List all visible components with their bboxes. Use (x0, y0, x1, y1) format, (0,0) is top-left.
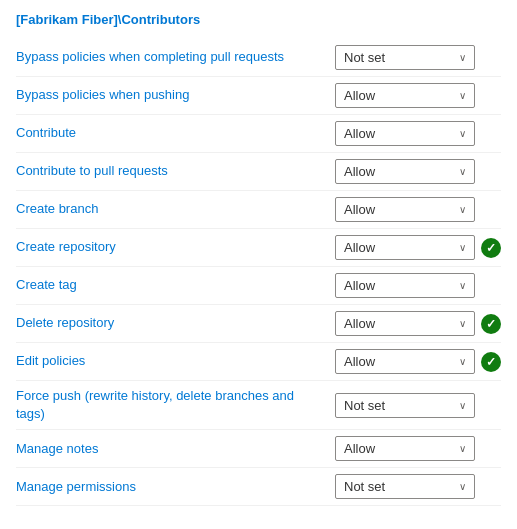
dropdown-value-force-push: Not set (344, 398, 385, 413)
permission-row-force-push: Force push (rewrite history, delete bran… (16, 381, 501, 430)
no-icon-placeholder (481, 477, 501, 497)
no-icon-placeholder (481, 439, 501, 459)
permission-row-bypass-policies-pushing: Bypass policies when pushingAllow∨ (16, 77, 501, 115)
permission-dropdown-delete-repository[interactable]: Allow∨ (335, 311, 475, 336)
permissions-list: Bypass policies when completing pull req… (16, 39, 501, 506)
permission-label-manage-permissions: Manage permissions (16, 478, 316, 496)
permission-row-delete-repository: Delete repositoryAllow∨ (16, 305, 501, 343)
permission-right-manage-notes: Allow∨ (335, 436, 501, 461)
permission-label-edit-policies: Edit policies (16, 352, 316, 370)
permission-row-create-repository: Create repositoryAllow∨ (16, 229, 501, 267)
chevron-down-icon: ∨ (459, 52, 466, 63)
permission-right-create-tag: Allow∨ (335, 273, 501, 298)
chevron-down-icon: ∨ (459, 356, 466, 367)
permission-row-contribute-pull-requests: Contribute to pull requestsAllow∨ (16, 153, 501, 191)
permission-dropdown-bypass-policies-completing[interactable]: Not set∨ (335, 45, 475, 70)
permission-label-force-push: Force push (rewrite history, delete bran… (16, 387, 316, 423)
chevron-down-icon: ∨ (459, 481, 466, 492)
permission-right-create-repository: Allow∨ (335, 235, 501, 260)
permission-label-contribute-pull-requests: Contribute to pull requests (16, 162, 316, 180)
dropdown-value-delete-repository: Allow (344, 316, 375, 331)
permissions-container: [Fabrikam Fiber]\Contributors Bypass pol… (0, 0, 517, 518)
permission-dropdown-manage-notes[interactable]: Allow∨ (335, 436, 475, 461)
chevron-down-icon: ∨ (459, 204, 466, 215)
permission-dropdown-edit-policies[interactable]: Allow∨ (335, 349, 475, 374)
dropdown-value-contribute-pull-requests: Allow (344, 164, 375, 179)
dropdown-value-contribute: Allow (344, 126, 375, 141)
chevron-down-icon: ∨ (459, 400, 466, 411)
dropdown-value-edit-policies: Allow (344, 354, 375, 369)
chevron-down-icon: ∨ (459, 242, 466, 253)
permission-right-force-push: Not set∨ (335, 393, 501, 418)
dropdown-value-bypass-policies-completing: Not set (344, 50, 385, 65)
dropdown-value-manage-permissions: Not set (344, 479, 385, 494)
permission-label-contribute: Contribute (16, 124, 316, 142)
dropdown-value-create-tag: Allow (344, 278, 375, 293)
no-icon-placeholder (481, 395, 501, 415)
permission-right-create-branch: Allow∨ (335, 197, 501, 222)
chevron-down-icon: ∨ (459, 443, 466, 454)
permission-row-manage-notes: Manage notesAllow∨ (16, 430, 501, 468)
dropdown-value-manage-notes: Allow (344, 441, 375, 456)
permission-dropdown-bypass-policies-pushing[interactable]: Allow∨ (335, 83, 475, 108)
permission-right-bypass-policies-pushing: Allow∨ (335, 83, 501, 108)
permission-right-contribute-pull-requests: Allow∨ (335, 159, 501, 184)
permission-right-edit-policies: Allow∨ (335, 349, 501, 374)
permission-row-bypass-policies-completing: Bypass policies when completing pull req… (16, 39, 501, 77)
permission-dropdown-contribute[interactable]: Allow∨ (335, 121, 475, 146)
permission-label-create-repository: Create repository (16, 238, 316, 256)
permission-dropdown-manage-permissions[interactable]: Not set∨ (335, 474, 475, 499)
dropdown-value-bypass-policies-pushing: Allow (344, 88, 375, 103)
permission-row-edit-policies: Edit policiesAllow∨ (16, 343, 501, 381)
permission-label-create-branch: Create branch (16, 200, 316, 218)
permission-label-delete-repository: Delete repository (16, 314, 316, 332)
no-icon-placeholder (481, 200, 501, 220)
no-icon-placeholder (481, 86, 501, 106)
permission-row-create-branch: Create branchAllow∨ (16, 191, 501, 229)
no-icon-placeholder (481, 276, 501, 296)
permission-label-bypass-policies-pushing: Bypass policies when pushing (16, 86, 316, 104)
chevron-down-icon: ∨ (459, 90, 466, 101)
no-icon-placeholder (481, 124, 501, 144)
check-icon-delete-repository (481, 314, 501, 334)
permission-dropdown-create-tag[interactable]: Allow∨ (335, 273, 475, 298)
chevron-down-icon: ∨ (459, 318, 466, 329)
check-icon-edit-policies (481, 352, 501, 372)
chevron-down-icon: ∨ (459, 280, 466, 291)
group-title: [Fabrikam Fiber]\Contributors (16, 12, 501, 27)
permission-row-contribute: ContributeAllow∨ (16, 115, 501, 153)
dropdown-value-create-branch: Allow (344, 202, 375, 217)
permission-dropdown-create-repository[interactable]: Allow∨ (335, 235, 475, 260)
permission-label-manage-notes: Manage notes (16, 440, 316, 458)
chevron-down-icon: ∨ (459, 128, 466, 139)
dropdown-value-create-repository: Allow (344, 240, 375, 255)
no-icon-placeholder (481, 162, 501, 182)
no-icon-placeholder (481, 48, 501, 68)
permission-label-create-tag: Create tag (16, 276, 316, 294)
permission-right-manage-permissions: Not set∨ (335, 474, 501, 499)
permission-right-delete-repository: Allow∨ (335, 311, 501, 336)
permission-dropdown-force-push[interactable]: Not set∨ (335, 393, 475, 418)
permission-dropdown-contribute-pull-requests[interactable]: Allow∨ (335, 159, 475, 184)
permission-row-create-tag: Create tagAllow∨ (16, 267, 501, 305)
permission-right-contribute: Allow∨ (335, 121, 501, 146)
permission-label-bypass-policies-completing: Bypass policies when completing pull req… (16, 48, 316, 66)
check-icon-create-repository (481, 238, 501, 258)
permission-dropdown-create-branch[interactable]: Allow∨ (335, 197, 475, 222)
permission-right-bypass-policies-completing: Not set∨ (335, 45, 501, 70)
chevron-down-icon: ∨ (459, 166, 466, 177)
permission-row-manage-permissions: Manage permissionsNot set∨ (16, 468, 501, 506)
